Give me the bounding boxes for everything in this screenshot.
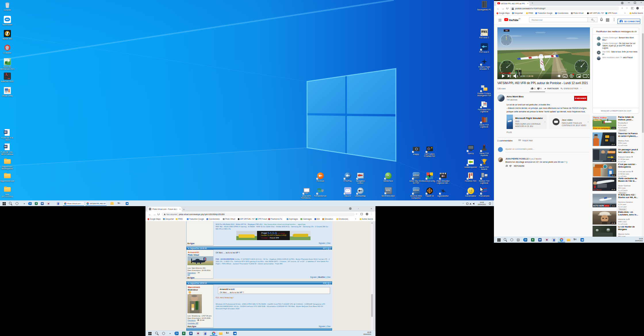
svg-text:360: 360 [505,30,508,31]
svg-text:175 KMH: 175 KMH [505,61,509,63]
svg-text:1 4 7 2 9 8 0: 1 4 7 2 9 8 0 [560,69,567,70]
svg-text:16:28 / 2:28:08: 16:28 / 2:28:08 [520,75,533,77]
svg-text:THR MIX: THR MIX [516,68,521,70]
svg-text:ALT 2850: ALT 2850 [579,60,584,62]
